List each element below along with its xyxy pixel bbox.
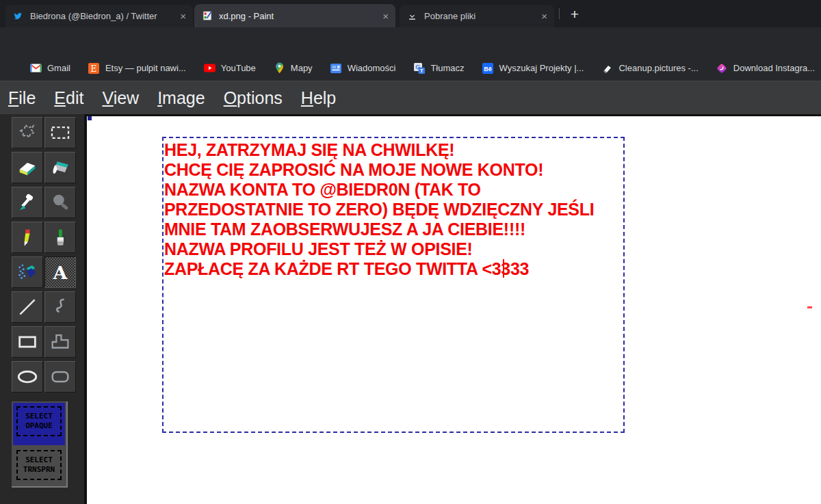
bookmark-label: Download Instagra... — [733, 63, 815, 73]
tab-title: Pobrane pliki — [424, 11, 536, 21]
bookmark-etsy[interactable]: E Etsy — pulpit nawi... — [88, 62, 186, 74]
tool-brush[interactable] — [44, 222, 76, 253]
menu-view[interactable]: View — [102, 88, 139, 108]
menu-image[interactable]: Image — [157, 88, 205, 108]
tool-curve[interactable] — [44, 291, 76, 323]
paint-app-area: A — [0, 114, 821, 504]
paint-icon — [201, 10, 213, 22]
tool-line[interactable] — [12, 291, 43, 323]
instagram-icon — [716, 62, 728, 74]
bookmark-label: Gmail — [47, 63, 70, 73]
svg-text:T: T — [420, 68, 423, 74]
bookmark-label: Etsy — pulpit nawi... — [105, 63, 186, 73]
bookmark-gmail[interactable]: Gmail — [30, 62, 70, 74]
menu-help[interactable]: Help — [301, 88, 336, 108]
tool-free-form-select[interactable] — [12, 117, 43, 148]
tab-divider — [559, 8, 560, 19]
browser-toolbar: paint.js.org — [0, 27, 821, 55]
browser-window: Biedrona (@Biedron_a) / Twitter × xd.png… — [0, 0, 821, 504]
bookmark-behance[interactable]: Bē Wyszukaj Projekty |... — [482, 62, 584, 74]
behance-icon: Bē — [482, 62, 494, 74]
paint-canvas[interactable]: HEJ, ZATRZYMAJ SIĘ NA CHWILKĘ! CHCĘ CIĘ … — [87, 116, 821, 504]
tool-fill-with-color[interactable] — [44, 152, 76, 183]
tool-magnifier[interactable] — [44, 187, 76, 218]
google-translate-icon: GT — [413, 62, 425, 74]
google-maps-icon — [274, 62, 285, 74]
tool-panel: A — [0, 114, 84, 504]
tab-downloads[interactable]: Pobrane pliki × — [400, 5, 554, 27]
text-caret — [503, 259, 504, 278]
canvas-text[interactable]: HEJ, ZATRZYMAJ SIĘ NA CHWILKĘ! CHCĘ CIĘ … — [164, 140, 594, 279]
close-icon[interactable]: × — [382, 11, 389, 21]
tab-strip: Biedrona (@Biedron_a) / Twitter × xd.png… — [0, 0, 821, 27]
tab-twitter[interactable]: Biedrona (@Biedron_a) / Twitter × — [5, 5, 193, 27]
bookmark-label: YouTube — [221, 63, 256, 73]
close-icon[interactable]: × — [180, 11, 186, 21]
etsy-icon: E — [88, 62, 100, 74]
tool-rectangle[interactable] — [12, 326, 43, 358]
tab-title: Biedrona (@Biedron_a) / Twitter — [30, 11, 174, 21]
tool-rounded-rectangle[interactable] — [44, 361, 76, 393]
canvas-resize-handle[interactable] — [88, 116, 92, 120]
tool-polygon[interactable] — [44, 326, 76, 358]
tool-select[interactable] — [44, 117, 76, 148]
bookmark-instagram-downloader[interactable]: Download Instagra... — [716, 62, 815, 74]
red-paint-speck — [807, 306, 812, 308]
cleanup-icon — [601, 62, 613, 74]
youtube-icon — [204, 62, 216, 74]
tool-eraser[interactable] — [12, 152, 43, 183]
menu-options[interactable]: Options — [224, 88, 283, 108]
tool-ellipse[interactable] — [12, 361, 43, 393]
download-icon — [406, 10, 418, 22]
tool-airbrush[interactable] — [12, 256, 43, 288]
twitter-icon — [12, 10, 24, 22]
bookmark-cleanup[interactable]: Cleanup.pictures -... — [601, 62, 698, 74]
bookmark-maps[interactable]: Mapy — [274, 62, 313, 74]
option-select-opaque[interactable]: SELECT OPAQUE — [13, 403, 65, 445]
svg-text:E: E — [91, 64, 97, 73]
bookmark-news[interactable]: Wiadomości — [330, 62, 396, 74]
option-label: SELECT OPAQUE — [16, 406, 62, 436]
bookmark-translate[interactable]: GT Tłumacz — [413, 62, 464, 74]
menu-edit[interactable]: Edit — [54, 88, 83, 108]
svg-text:A: A — [53, 262, 68, 283]
tab-title: xd.png - Paint — [219, 11, 377, 21]
tool-pencil[interactable] — [12, 222, 43, 253]
tool-pick-color[interactable] — [12, 187, 43, 218]
bookmark-label: Tłumacz — [430, 63, 464, 73]
close-icon[interactable]: × — [541, 11, 547, 21]
svg-text:Bē: Bē — [484, 65, 492, 72]
option-select-transparent[interactable]: SELECT TRNSPRN — [13, 447, 65, 486]
menu-file[interactable]: File — [8, 88, 36, 108]
option-label: SELECT TRNSPRN — [16, 450, 62, 480]
bookmark-label: Wiadomości — [348, 63, 396, 73]
bookmark-youtube[interactable]: YouTube — [204, 62, 256, 74]
google-news-icon — [330, 62, 342, 74]
gmail-icon — [30, 62, 42, 74]
bookmark-label: Mapy — [291, 63, 313, 73]
tab-paint[interactable]: xd.png - Paint × — [194, 4, 395, 27]
new-tab-button[interactable]: + — [564, 3, 586, 25]
paint-menu-bar: File Edit View Image Options Help — [0, 81, 821, 114]
bookmarks-bar: Gmail E Etsy — pulpit nawi... YouTube M — [0, 55, 821, 81]
tool-text[interactable]: A — [44, 256, 76, 288]
bookmark-label: Wyszukaj Projekty |... — [499, 63, 584, 73]
tool-options-box: SELECT OPAQUE SELECT TRNSPRN — [12, 401, 68, 488]
bookmark-label: Cleanup.pictures -... — [618, 63, 698, 73]
